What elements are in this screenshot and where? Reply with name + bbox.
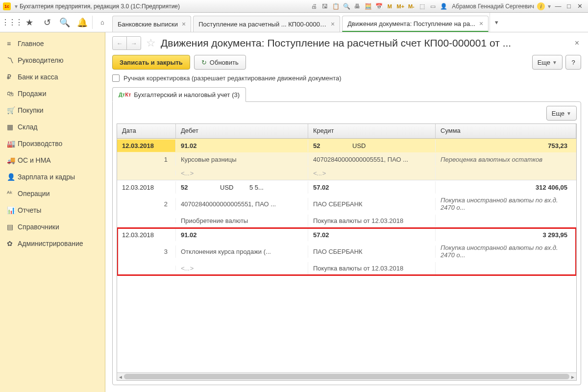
tab-receipt[interactable]: Поступление на расчетный ... КП00-000001… bbox=[193, 16, 340, 32]
back-button[interactable]: ← bbox=[112, 36, 127, 50]
sidebar-item-9[interactable]: ᴬᵏОперации bbox=[0, 185, 105, 202]
tab-label: Поступление на расчетный ... КП00-000001 bbox=[198, 21, 327, 28]
tab-bank-statements[interactable]: Банковские выписки × bbox=[112, 16, 191, 32]
cell-sum-desc: Покупка иностранной валюты по вх.д. 2470… bbox=[436, 194, 576, 214]
sidebar-item-3[interactable]: 🛍Продажи bbox=[0, 85, 105, 102]
page-title: Движения документа: Поступление на расче… bbox=[161, 37, 573, 49]
clipboard-icon[interactable]: 📋 bbox=[331, 2, 340, 11]
cell-sum-desc: Переоценка валютных остатков bbox=[436, 153, 576, 166]
sidebar-icon: ✿ bbox=[7, 240, 18, 247]
sidebar-item-11[interactable]: ▤Справочники bbox=[0, 219, 105, 235]
horizontal-scrollbar[interactable]: ◄ ► bbox=[117, 372, 576, 380]
minimize-button[interactable]: — bbox=[553, 2, 564, 10]
cell-num: 2 bbox=[117, 198, 176, 210]
tab-accounting[interactable]: ДтКт Бухгалтерский и налоговый учет (3) bbox=[112, 87, 246, 102]
entries-table: Дата Дебет Кредит Сумма 12.03.201891.025… bbox=[117, 123, 577, 381]
panel-more-button[interactable]: Еще ▼ bbox=[546, 106, 577, 121]
scroll-right-icon[interactable]: ► bbox=[569, 373, 576, 381]
mem-mminus-icon[interactable]: M- bbox=[407, 2, 416, 11]
user-name[interactable]: Абрамов Геннадий Сергеевич bbox=[452, 3, 534, 10]
cell-credit-sub: Покупка валюты от 12.03.2018 bbox=[308, 215, 436, 227]
info-icon[interactable]: i bbox=[537, 2, 545, 10]
sidebar-item-7[interactable]: 🚚ОС и НМА bbox=[0, 152, 105, 169]
sidebar-item-label: Продажи bbox=[18, 90, 46, 98]
sidebar-item-0[interactable]: ≡Главное bbox=[0, 35, 105, 52]
preview-icon[interactable]: 🔍 bbox=[342, 2, 351, 11]
sidebar-icon: ᴬᵏ bbox=[7, 190, 18, 197]
sidebar-icon: ▤ bbox=[7, 223, 18, 231]
sidebar-item-12[interactable]: ✿Администрирование bbox=[0, 235, 105, 252]
sidebar-item-label: Покупки bbox=[18, 106, 44, 114]
sidebar-item-2[interactable]: ₽Банк и касса bbox=[0, 69, 105, 85]
star-icon[interactable]: ☆ bbox=[146, 37, 156, 49]
search-icon[interactable]: 🔍 bbox=[56, 13, 74, 32]
favorite-icon[interactable]: ★ bbox=[21, 13, 38, 32]
info-dropdown-icon[interactable]: ▾ bbox=[548, 3, 551, 10]
bell-icon[interactable]: 🔔 bbox=[74, 13, 91, 32]
maximize-button[interactable]: □ bbox=[564, 2, 574, 10]
table-header: Дата Дебет Кредит Сумма bbox=[117, 124, 576, 139]
refresh-label: Обновить bbox=[210, 59, 239, 66]
tab-accounting-label: Бухгалтерский и налоговый учет (3) bbox=[134, 91, 240, 98]
th-sum[interactable]: Сумма bbox=[436, 124, 576, 138]
close-icon[interactable]: × bbox=[182, 20, 186, 28]
refresh-button[interactable]: ↻ Обновить bbox=[194, 55, 246, 70]
calendar-icon[interactable]: 📅 bbox=[374, 2, 383, 11]
calculator-icon[interactable]: 🧮 bbox=[364, 2, 372, 11]
page-close-icon[interactable]: × bbox=[573, 39, 581, 48]
sidebar-item-label: Главное bbox=[18, 40, 44, 48]
sidebar-item-1[interactable]: 〽Руководителю bbox=[0, 52, 105, 69]
manual-correction-row: Ручная корректировка (разрешает редактир… bbox=[112, 74, 581, 82]
table-row[interactable]: 12.03.201852USD5 5...57.02312 406,052407… bbox=[117, 180, 576, 228]
tabs-dropdown-icon[interactable]: ▾ bbox=[490, 13, 503, 32]
print-icon[interactable]: 🖨 bbox=[310, 2, 318, 11]
app-logo-icon: 1c bbox=[3, 2, 11, 10]
th-credit[interactable]: Кредит bbox=[308, 124, 436, 138]
sidebar-item-label: Банк и касса bbox=[18, 73, 58, 81]
close-button[interactable]: ✕ bbox=[574, 2, 585, 10]
save-close-button[interactable]: Записать и закрыть bbox=[112, 55, 190, 70]
window-icon[interactable]: ▭ bbox=[428, 2, 437, 11]
dropdown-icon[interactable]: ▾ bbox=[15, 3, 18, 10]
save-icon[interactable]: 🖫 bbox=[320, 2, 329, 11]
history-icon[interactable]: ↺ bbox=[38, 13, 56, 32]
th-date[interactable]: Дата bbox=[117, 124, 176, 138]
more-button[interactable]: Еще ▼ bbox=[532, 55, 563, 70]
sidebar-icon: ▦ bbox=[7, 123, 18, 131]
chevron-down-icon: ▼ bbox=[552, 60, 557, 65]
forward-button[interactable]: → bbox=[126, 36, 141, 50]
cell-credit-sub: Покупка валюты от 12.03.2018 bbox=[308, 262, 436, 274]
sidebar-icon: 🏭 bbox=[7, 140, 18, 147]
home-icon[interactable]: ⌂ bbox=[94, 13, 111, 32]
tab-document-movements[interactable]: Движения документа: Поступление на ра...… bbox=[342, 16, 489, 32]
sidebar-item-10[interactable]: 📊Отчеты bbox=[0, 202, 105, 219]
table-row[interactable]: 12.03.201891.0257.023 293,953Отклонения … bbox=[117, 228, 576, 275]
panel-icon[interactable]: ⬚ bbox=[417, 2, 426, 11]
sidebar-item-4[interactable]: 🛒Покупки bbox=[0, 102, 105, 119]
th-debit[interactable]: Дебет bbox=[176, 124, 308, 138]
manual-checkbox[interactable] bbox=[112, 74, 120, 82]
scrollbar-thumb[interactable] bbox=[124, 374, 569, 379]
window-titlebar: 1c ▾ Бухгалтерия предприятия, редакция 3… bbox=[0, 0, 588, 13]
mem-m-icon[interactable]: M bbox=[385, 2, 394, 11]
sidebar-icon: 🚚 bbox=[7, 156, 18, 164]
sidebar-icon: ₽ bbox=[7, 73, 18, 81]
sidebar-item-8[interactable]: 👤Зарплата и кадры bbox=[0, 169, 105, 185]
table-row[interactable]: 12.03.201891.0252USD753,231Курсовые разн… bbox=[117, 139, 576, 180]
cell-debit: 91.02 bbox=[176, 229, 308, 241]
close-icon[interactable]: × bbox=[331, 20, 335, 28]
help-button[interactable]: ? bbox=[565, 55, 581, 70]
close-icon[interactable]: × bbox=[479, 20, 483, 27]
print2-icon[interactable]: 🖶 bbox=[353, 2, 362, 11]
sidebar-item-6[interactable]: 🏭Производство bbox=[0, 135, 105, 152]
sidebar-item-5[interactable]: ▦Склад bbox=[0, 119, 105, 135]
sidebar-item-label: Справочники bbox=[18, 223, 59, 231]
more-label: Еще bbox=[552, 110, 564, 117]
apps-icon[interactable]: ⋮⋮⋮ bbox=[3, 13, 21, 32]
cell-debit-sub: <...> bbox=[176, 262, 308, 274]
mem-mplus-icon[interactable]: M+ bbox=[396, 2, 405, 11]
scroll-left-icon[interactable]: ◄ bbox=[117, 373, 124, 381]
cell-debit-desc: 40702840000000005551, ПАО ... bbox=[176, 198, 308, 210]
cell-credit-desc: ПАО СБЕРБАНК bbox=[308, 245, 436, 258]
manual-label: Ручная корректировка (разрешает редактир… bbox=[123, 74, 342, 82]
